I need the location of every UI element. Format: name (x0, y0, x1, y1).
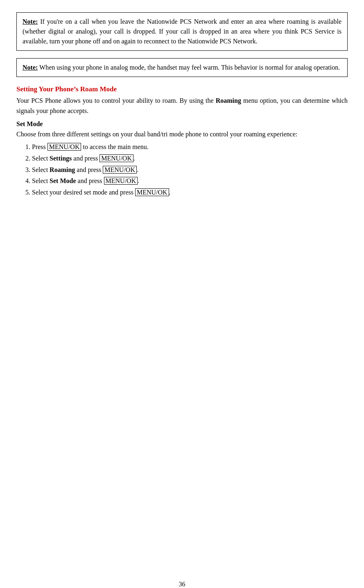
step-1-kbd: MENU/OK (47, 143, 81, 151)
step-5-after: . (169, 189, 171, 196)
step-2: Select Settings and press MENU/OK. (32, 153, 348, 164)
step-4: Select Set Mode and press MENU/OK. (32, 176, 348, 186)
step-5-before: Select your desired set mode and press (32, 189, 135, 196)
step-1-after: to access the main menu. (81, 143, 148, 150)
step-3-kbd: MENU/OK (103, 166, 137, 174)
step-4-before: Select (32, 177, 50, 184)
note-box-1: Note: If you're on a call when you leave… (16, 12, 348, 51)
section-intro: Your PCS Phone allows you to control you… (16, 96, 348, 116)
section-heading: Setting Your Phone’s Roam Mode (16, 85, 348, 93)
step-4-bold: Set Mode (50, 177, 76, 184)
step-4-middle: and press (76, 177, 104, 184)
page-number: 36 (16, 581, 348, 588)
step-5: Select your desired set mode and press M… (32, 187, 348, 198)
note-1-label: Note: (23, 18, 38, 25)
step-1-before: Press (32, 143, 47, 150)
step-2-middle: and press (72, 155, 99, 162)
step-3-bold: Roaming (50, 166, 75, 173)
set-mode-description: Choose from three different settings on … (16, 129, 348, 140)
step-4-after: . (138, 177, 139, 184)
steps-list: Press MENU/OK to access the main menu. S… (32, 142, 348, 197)
note-1-text: Note: If you're on a call when you leave… (23, 17, 341, 46)
step-1: Press MENU/OK to access the main menu. (32, 142, 348, 152)
set-mode-subheading: Set Mode (16, 120, 348, 128)
roaming-keyword: Roaming (216, 97, 241, 104)
note-2-text: Note: When using your phone in analog mo… (23, 63, 341, 72)
step-3-after: . (137, 166, 138, 173)
step-5-kbd: MENU/OK (135, 188, 169, 196)
step-3-middle: and press (75, 166, 103, 173)
step-2-after: . (133, 155, 135, 162)
step-2-before: Select (32, 155, 50, 162)
step-4-kbd: MENU/OK (104, 177, 138, 185)
note-2-body: When using your phone in analog mode, th… (39, 64, 340, 71)
step-3-before: Select (32, 166, 50, 173)
step-2-kbd: MENU/OK (99, 154, 133, 162)
step-2-bold: Settings (50, 155, 72, 162)
note-box-2: Note: When using your phone in analog mo… (16, 58, 348, 77)
step-3: Select Roaming and press MENU/OK. (32, 165, 348, 175)
note-1-body: If you're on a call when you leave the N… (23, 18, 341, 45)
note-2-label: Note: (23, 64, 38, 71)
